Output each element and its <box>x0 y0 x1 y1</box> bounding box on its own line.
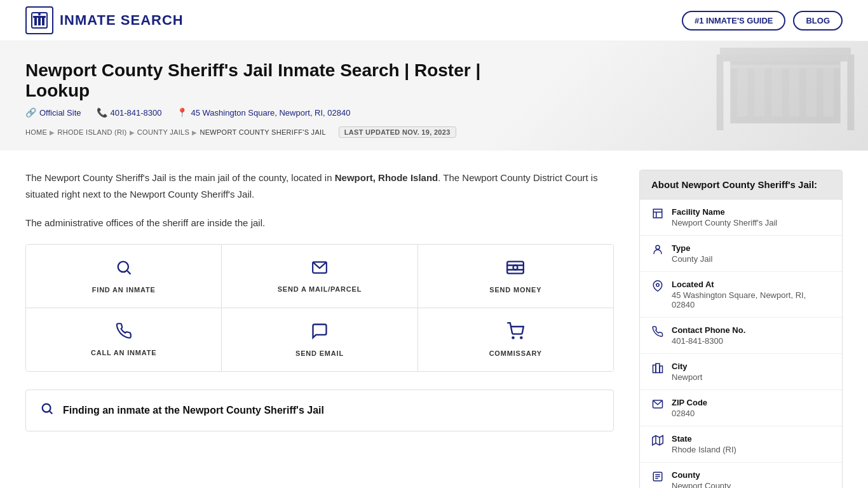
facility-name-value: Newport County Sheriff's Jail <box>672 218 777 227</box>
svg-point-27 <box>43 403 51 412</box>
find-inmate-icon <box>115 259 133 281</box>
about-item-state: State Rhode Island (RI) <box>640 426 842 463</box>
svg-rect-4 <box>33 16 46 18</box>
type-value: County Jail <box>672 254 712 264</box>
action-row-2: CALL AN INMATE SEND EMAIL <box>26 308 613 371</box>
find-section: Finding an inmate at the Newport County … <box>25 390 614 431</box>
send-money-icon <box>506 259 524 281</box>
city-content: City Newport <box>672 362 702 382</box>
send-mail-label: SEND A MAIL/PARCEL <box>278 285 362 293</box>
type-icon <box>651 244 664 258</box>
send-money-cell[interactable]: SEND MONEY <box>418 245 613 308</box>
commissary-icon <box>506 322 524 344</box>
breadcrumb-sep-1: ▶ <box>50 129 55 136</box>
logo-icon <box>25 6 53 34</box>
svg-point-32 <box>656 245 660 249</box>
svg-rect-16 <box>717 55 724 130</box>
find-section-title: Finding an inmate at the Newport County … <box>63 405 324 416</box>
breadcrumb-home[interactable]: HOME <box>25 128 47 136</box>
svg-rect-8 <box>720 48 851 55</box>
header: INMATE SEARCH #1 INMATE'S GUIDE BLOG <box>0 0 868 41</box>
send-mail-cell[interactable]: SEND A MAIL/PARCEL <box>222 245 417 308</box>
svg-rect-12 <box>789 69 799 117</box>
facility-name-icon <box>651 208 664 222</box>
page-title: Newport County Sheriff's Jail Inmate Sea… <box>25 60 546 101</box>
facility-name-content: Facility Name Newport County Sheriff's J… <box>672 207 777 227</box>
svg-rect-10 <box>754 69 764 117</box>
send-email-icon <box>311 322 329 344</box>
svg-rect-17 <box>848 55 855 130</box>
facility-name-label: Facility Name <box>672 207 777 217</box>
svg-rect-15 <box>730 65 840 68</box>
zip-icon <box>651 398 664 412</box>
right-column: About Newport County Sheriff's Jail: Fac… <box>639 170 843 488</box>
call-inmate-cell[interactable]: CALL AN INMATE <box>26 308 222 371</box>
svg-rect-13 <box>806 69 817 117</box>
call-inmate-label: CALL AN INMATE <box>91 349 156 356</box>
about-item-phone: Contact Phone No. 401-841-8300 <box>640 318 842 354</box>
official-site-link[interactable]: 🔗 Official Site <box>25 107 81 118</box>
county-value: Newport County <box>672 481 731 488</box>
phone-link[interactable]: 📞 401-841-8300 <box>97 107 162 118</box>
left-column: The Newport County Sheriff's Jail is the… <box>25 170 639 488</box>
zip-value: 02840 <box>672 409 707 418</box>
city-icon <box>651 362 664 376</box>
intro-paragraph-1: The Newport County Sheriff's Jail is the… <box>25 170 614 202</box>
located-at-value: 45 Washington Square, Newport, RI, 02840 <box>672 290 831 309</box>
inmates-guide-button[interactable]: #1 INMATE'S GUIDE <box>682 11 785 30</box>
about-item-county: County Newport County <box>640 463 842 488</box>
logo[interactable]: INMATE SEARCH <box>25 6 184 34</box>
zip-content: ZIP Code 02840 <box>672 398 707 418</box>
svg-point-26 <box>520 337 522 338</box>
breadcrumb-sep-2: ▶ <box>130 129 135 136</box>
svg-marker-38 <box>653 436 663 445</box>
phone-label: Contact Phone No. <box>672 325 745 335</box>
state-icon <box>651 435 664 449</box>
header-nav: #1 INMATE'S GUIDE BLOG <box>682 11 843 30</box>
svg-line-28 <box>50 411 52 414</box>
city-label: City <box>672 362 702 371</box>
find-inmate-cell[interactable]: FIND AN INMATE <box>26 245 222 308</box>
svg-rect-1 <box>34 18 37 25</box>
breadcrumb-sep-3: ▶ <box>192 129 197 136</box>
main-content: The Newport County Sheriff's Jail is the… <box>0 151 868 488</box>
svg-point-18 <box>118 261 128 271</box>
phone-content: Contact Phone No. 401-841-8300 <box>672 325 745 346</box>
located-at-label: Located At <box>672 280 831 289</box>
svg-rect-2 <box>38 18 41 25</box>
phone-value: 401-841-8300 <box>672 336 745 346</box>
send-mail-icon <box>311 259 329 280</box>
svg-point-5 <box>38 13 41 16</box>
about-items-container: Facility Name Newport County Sheriff's J… <box>640 200 842 488</box>
commissary-label: COMMISSARY <box>489 349 542 357</box>
svg-rect-36 <box>660 366 663 373</box>
prison-watermark <box>715 48 855 130</box>
county-icon <box>651 471 664 485</box>
intro-paragraph-2: The administrative offices of the sherif… <box>25 215 614 231</box>
about-card: About Newport County Sheriff's Jail: Fac… <box>639 170 843 488</box>
svg-line-19 <box>127 271 130 274</box>
call-inmate-icon <box>116 323 132 344</box>
state-label: State <box>672 434 736 444</box>
state-value: Rhode Island (RI) <box>672 445 736 454</box>
county-label: County <box>672 470 731 480</box>
svg-rect-14 <box>824 69 834 117</box>
about-item-located-at: Located At 45 Washington Square, Newport… <box>640 272 842 318</box>
address-link[interactable]: 📍 45 Washington Square, Newport, RI, 028… <box>177 107 350 118</box>
commissary-cell[interactable]: COMMISSARY <box>418 308 613 371</box>
find-section-search-icon <box>40 402 54 419</box>
last-updated-badge: LAST UPDATED NOV. 19, 2023 <box>339 126 456 138</box>
type-content: Type County Jail <box>672 243 712 264</box>
send-money-label: SEND MONEY <box>489 286 541 294</box>
send-email-cell[interactable]: SEND EMAIL <box>222 308 417 371</box>
zip-label: ZIP Code <box>672 398 707 407</box>
blog-button[interactable]: BLOG <box>793 11 843 30</box>
about-item-city: City Newport <box>640 354 842 390</box>
about-item-zip: ZIP Code 02840 <box>640 390 842 426</box>
about-item-facility-name: Facility Name Newport County Sheriff's J… <box>640 200 842 236</box>
breadcrumb-county-jails[interactable]: COUNTY JAILS <box>137 128 189 136</box>
breadcrumb-state[interactable]: RHODE ISLAND (RI) <box>58 128 127 136</box>
hero-section: Newport County Sheriff's Jail Inmate Sea… <box>0 41 868 151</box>
about-card-header: About Newport County Sheriff's Jail: <box>640 170 842 200</box>
action-row-1: FIND AN INMATE SEND A MAIL/PARCEL <box>26 245 613 308</box>
